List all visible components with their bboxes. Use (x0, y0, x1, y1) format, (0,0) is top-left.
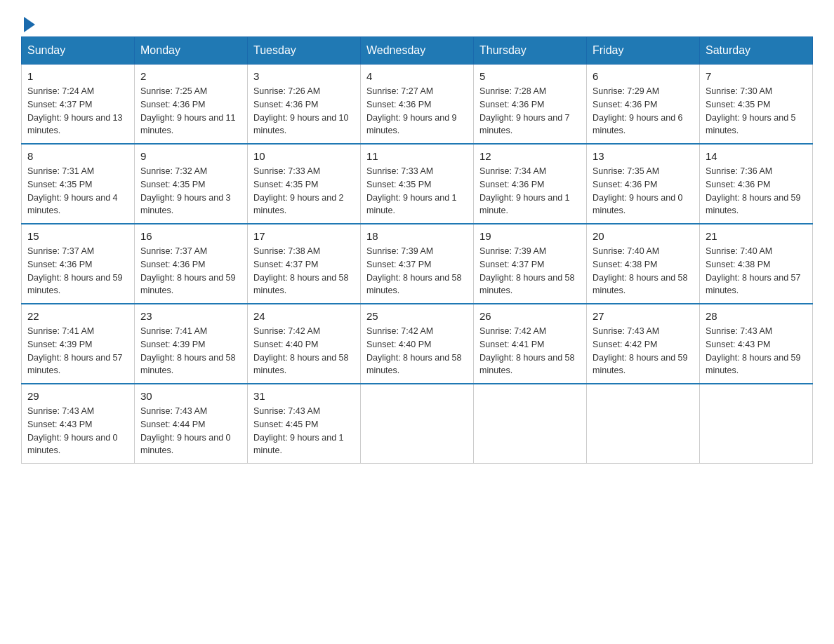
day-info: Sunrise: 7:31 AMSunset: 4:35 PMDaylight:… (27, 165, 128, 217)
day-number: 13 (593, 150, 694, 162)
day-number: 2 (140, 70, 241, 82)
calendar-cell: 24Sunrise: 7:42 AMSunset: 4:40 PMDayligh… (248, 304, 361, 384)
page-header (21, 14, 813, 29)
day-info: Sunrise: 7:34 AMSunset: 4:36 PMDaylight:… (479, 165, 581, 217)
day-number: 7 (706, 70, 807, 82)
day-info: Sunrise: 7:42 AMSunset: 4:40 PMDaylight:… (253, 325, 355, 377)
day-number: 11 (366, 150, 468, 162)
day-number: 16 (140, 230, 241, 242)
day-number: 26 (479, 310, 581, 322)
calendar-cell: 30Sunrise: 7:43 AMSunset: 4:44 PMDayligh… (135, 384, 248, 464)
day-info: Sunrise: 7:35 AMSunset: 4:36 PMDaylight:… (593, 165, 694, 217)
day-info: Sunrise: 7:32 AMSunset: 4:35 PMDaylight:… (140, 165, 241, 217)
day-info: Sunrise: 7:25 AMSunset: 4:36 PMDaylight:… (140, 85, 241, 137)
day-header-sunday: Sunday (22, 37, 135, 65)
calendar-cell: 17Sunrise: 7:38 AMSunset: 4:37 PMDayligh… (248, 224, 361, 304)
day-number: 30 (140, 390, 241, 402)
calendar-cell (700, 384, 813, 464)
day-info: Sunrise: 7:43 AMSunset: 4:43 PMDaylight:… (27, 405, 128, 457)
day-number: 20 (593, 230, 694, 242)
calendar-cell: 14Sunrise: 7:36 AMSunset: 4:36 PMDayligh… (700, 144, 813, 224)
calendar-cell (361, 384, 474, 464)
calendar-cell: 26Sunrise: 7:42 AMSunset: 4:41 PMDayligh… (474, 304, 587, 384)
day-number: 15 (27, 230, 128, 242)
calendar-cell: 5Sunrise: 7:28 AMSunset: 4:36 PMDaylight… (474, 65, 587, 145)
calendar-cell: 6Sunrise: 7:29 AMSunset: 4:36 PMDaylight… (587, 65, 700, 145)
day-info: Sunrise: 7:30 AMSunset: 4:35 PMDaylight:… (706, 85, 807, 137)
calendar-cell: 21Sunrise: 7:40 AMSunset: 4:38 PMDayligh… (700, 224, 813, 304)
day-info: Sunrise: 7:43 AMSunset: 4:42 PMDaylight:… (593, 325, 694, 377)
day-number: 1 (27, 70, 128, 82)
day-number: 31 (253, 390, 355, 402)
week-row-5: 29Sunrise: 7:43 AMSunset: 4:43 PMDayligh… (22, 384, 813, 464)
calendar-cell: 8Sunrise: 7:31 AMSunset: 4:35 PMDaylight… (22, 144, 135, 224)
day-info: Sunrise: 7:42 AMSunset: 4:40 PMDaylight:… (366, 325, 468, 377)
calendar-cell: 1Sunrise: 7:24 AMSunset: 4:37 PMDaylight… (22, 65, 135, 145)
day-number: 24 (253, 310, 355, 322)
day-header-friday: Friday (587, 37, 700, 65)
calendar-cell: 2Sunrise: 7:25 AMSunset: 4:36 PMDaylight… (135, 65, 248, 145)
calendar-cell: 18Sunrise: 7:39 AMSunset: 4:37 PMDayligh… (361, 224, 474, 304)
calendar-cell: 29Sunrise: 7:43 AMSunset: 4:43 PMDayligh… (22, 384, 135, 464)
day-info: Sunrise: 7:43 AMSunset: 4:44 PMDaylight:… (140, 405, 241, 457)
calendar-cell: 23Sunrise: 7:41 AMSunset: 4:39 PMDayligh… (135, 304, 248, 384)
calendar-cell: 16Sunrise: 7:37 AMSunset: 4:36 PMDayligh… (135, 224, 248, 304)
calendar-cell: 19Sunrise: 7:39 AMSunset: 4:37 PMDayligh… (474, 224, 587, 304)
day-number: 28 (706, 310, 807, 322)
logo (21, 14, 35, 29)
day-info: Sunrise: 7:26 AMSunset: 4:36 PMDaylight:… (253, 85, 355, 137)
day-info: Sunrise: 7:43 AMSunset: 4:45 PMDaylight:… (253, 405, 355, 457)
day-number: 27 (593, 310, 694, 322)
day-info: Sunrise: 7:37 AMSunset: 4:36 PMDaylight:… (27, 245, 128, 297)
day-number: 25 (366, 310, 468, 322)
day-number: 3 (253, 70, 355, 82)
day-number: 8 (27, 150, 128, 162)
day-header-thursday: Thursday (474, 37, 587, 65)
calendar-cell: 20Sunrise: 7:40 AMSunset: 4:38 PMDayligh… (587, 224, 700, 304)
header-row: SundayMondayTuesdayWednesdayThursdayFrid… (22, 37, 813, 65)
calendar-cell: 31Sunrise: 7:43 AMSunset: 4:45 PMDayligh… (248, 384, 361, 464)
calendar-cell: 28Sunrise: 7:43 AMSunset: 4:43 PMDayligh… (700, 304, 813, 384)
day-info: Sunrise: 7:37 AMSunset: 4:36 PMDaylight:… (140, 245, 241, 297)
calendar-cell: 3Sunrise: 7:26 AMSunset: 4:36 PMDaylight… (248, 65, 361, 145)
day-number: 6 (593, 70, 694, 82)
day-number: 14 (706, 150, 807, 162)
day-info: Sunrise: 7:42 AMSunset: 4:41 PMDaylight:… (479, 325, 581, 377)
calendar-cell: 7Sunrise: 7:30 AMSunset: 4:35 PMDaylight… (700, 65, 813, 145)
day-info: Sunrise: 7:41 AMSunset: 4:39 PMDaylight:… (140, 325, 241, 377)
day-header-tuesday: Tuesday (248, 37, 361, 65)
calendar-cell: 10Sunrise: 7:33 AMSunset: 4:35 PMDayligh… (248, 144, 361, 224)
week-row-4: 22Sunrise: 7:41 AMSunset: 4:39 PMDayligh… (22, 304, 813, 384)
day-info: Sunrise: 7:39 AMSunset: 4:37 PMDaylight:… (366, 245, 468, 297)
day-info: Sunrise: 7:41 AMSunset: 4:39 PMDaylight:… (27, 325, 128, 377)
day-number: 23 (140, 310, 241, 322)
day-info: Sunrise: 7:24 AMSunset: 4:37 PMDaylight:… (27, 85, 128, 137)
day-info: Sunrise: 7:33 AMSunset: 4:35 PMDaylight:… (253, 165, 355, 217)
day-header-saturday: Saturday (700, 37, 813, 65)
day-number: 12 (479, 150, 581, 162)
day-info: Sunrise: 7:27 AMSunset: 4:36 PMDaylight:… (366, 85, 468, 137)
calendar-cell: 12Sunrise: 7:34 AMSunset: 4:36 PMDayligh… (474, 144, 587, 224)
day-header-wednesday: Wednesday (361, 37, 474, 65)
day-number: 19 (479, 230, 581, 242)
day-number: 17 (253, 230, 355, 242)
calendar-cell: 27Sunrise: 7:43 AMSunset: 4:42 PMDayligh… (587, 304, 700, 384)
week-row-3: 15Sunrise: 7:37 AMSunset: 4:36 PMDayligh… (22, 224, 813, 304)
day-info: Sunrise: 7:36 AMSunset: 4:36 PMDaylight:… (706, 165, 807, 217)
day-info: Sunrise: 7:40 AMSunset: 4:38 PMDaylight:… (593, 245, 694, 297)
day-info: Sunrise: 7:43 AMSunset: 4:43 PMDaylight:… (706, 325, 807, 377)
calendar-cell: 22Sunrise: 7:41 AMSunset: 4:39 PMDayligh… (22, 304, 135, 384)
day-info: Sunrise: 7:38 AMSunset: 4:37 PMDaylight:… (253, 245, 355, 297)
logo-arrow-icon (24, 17, 35, 32)
week-row-2: 8Sunrise: 7:31 AMSunset: 4:35 PMDaylight… (22, 144, 813, 224)
day-header-monday: Monday (135, 37, 248, 65)
calendar-cell: 13Sunrise: 7:35 AMSunset: 4:36 PMDayligh… (587, 144, 700, 224)
calendar-cell: 15Sunrise: 7:37 AMSunset: 4:36 PMDayligh… (22, 224, 135, 304)
day-number: 4 (366, 70, 468, 82)
day-number: 10 (253, 150, 355, 162)
calendar-cell: 9Sunrise: 7:32 AMSunset: 4:35 PMDaylight… (135, 144, 248, 224)
calendar-cell: 4Sunrise: 7:27 AMSunset: 4:36 PMDaylight… (361, 65, 474, 145)
day-info: Sunrise: 7:33 AMSunset: 4:35 PMDaylight:… (366, 165, 468, 217)
calendar-table: SundayMondayTuesdayWednesdayThursdayFrid… (21, 36, 813, 464)
calendar-cell (587, 384, 700, 464)
